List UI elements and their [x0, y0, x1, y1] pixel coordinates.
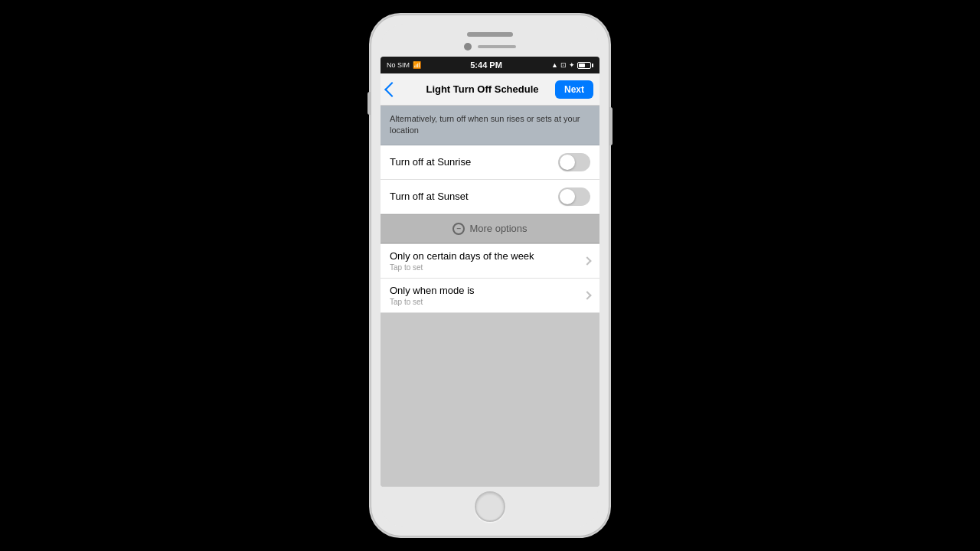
options-section: Only on certain days of the week Tap to …	[381, 244, 599, 313]
days-option-row[interactable]: Only on certain days of the week Tap to …	[381, 244, 599, 279]
screen-icon: ⊡	[560, 61, 567, 69]
back-button[interactable]	[387, 84, 410, 95]
wifi-icon: 📶	[413, 61, 421, 69]
info-text: Alternatively, turn off when sun rises o…	[390, 114, 580, 135]
status-bar: No SIM 📶 5:44 PM ▲ ⊡ ✦	[381, 57, 599, 73]
carrier-label: No SIM	[387, 61, 410, 69]
home-button[interactable]	[475, 491, 505, 522]
nav-bar: Light Turn Off Schedule Next	[381, 73, 599, 106]
camera-row	[464, 43, 516, 51]
status-left: No SIM 📶	[387, 61, 421, 69]
info-banner: Alternatively, turn off when sun rises o…	[381, 106, 599, 145]
speaker	[467, 32, 513, 37]
battery-icon	[577, 62, 593, 69]
days-option-title: Only on certain days of the week	[390, 250, 580, 262]
days-option-subtitle: Tap to set	[390, 263, 580, 272]
mode-chevron-icon	[583, 291, 591, 299]
camera-dot	[464, 43, 472, 51]
content-area: Alternatively, turn off when sun rises o…	[381, 106, 599, 487]
phone-top	[381, 24, 599, 57]
mode-option-subtitle: Tap to set	[390, 298, 580, 306]
days-chevron-icon	[583, 256, 591, 265]
sunrise-label: Turn off at Sunrise	[390, 156, 471, 168]
signal-icon: ▲	[551, 61, 558, 69]
speaker-thin	[478, 45, 516, 48]
sunset-toggle-thumb	[560, 189, 575, 204]
mode-option-title: Only when mode is	[390, 285, 580, 296]
sunset-toggle[interactable]	[558, 187, 590, 206]
mode-option-row[interactable]: Only when mode is Tap to set	[381, 279, 599, 313]
sunrise-toggle-thumb	[560, 155, 575, 170]
next-button[interactable]: Next	[555, 80, 593, 99]
sunrise-toggle-row[interactable]: Turn off at Sunrise	[381, 145, 599, 180]
more-options-row[interactable]: − More options	[381, 214, 599, 243]
bluetooth-icon: ✦	[569, 61, 575, 69]
more-options-label: More options	[469, 223, 527, 234]
status-time: 5:44 PM	[470, 60, 502, 70]
sunset-label: Turn off at Sunset	[390, 191, 469, 202]
mode-option-text: Only when mode is Tap to set	[390, 285, 580, 306]
phone-device: No SIM 📶 5:44 PM ▲ ⊡ ✦	[371, 15, 609, 536]
days-option-text: Only on certain days of the week Tap to …	[390, 250, 580, 272]
screen: No SIM 📶 5:44 PM ▲ ⊡ ✦	[381, 57, 599, 487]
bottom-padding	[381, 313, 599, 336]
back-chevron-icon	[384, 82, 400, 97]
more-options-icon: −	[452, 223, 465, 235]
page-title: Light Turn Off Schedule	[410, 83, 555, 95]
toggle-section: Turn off at Sunrise Turn off at Sunset	[381, 145, 599, 214]
status-right: ▲ ⊡ ✦	[551, 61, 593, 69]
sunrise-toggle[interactable]	[558, 153, 590, 171]
sunset-toggle-row[interactable]: Turn off at Sunset	[381, 180, 599, 214]
home-button-area	[381, 487, 599, 527]
